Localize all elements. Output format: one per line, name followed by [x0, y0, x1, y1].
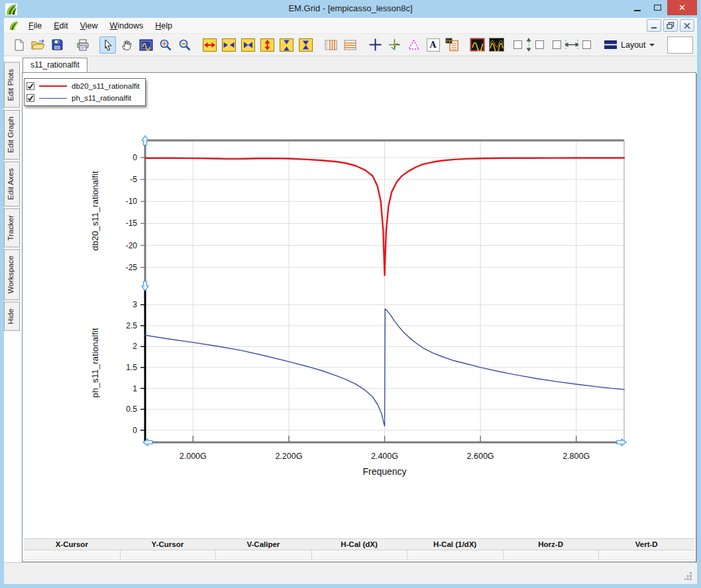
menu-edit[interactable]: Edit [48, 19, 74, 32]
y-tick-label: 2 [133, 342, 137, 351]
y-axis-handle-bottom-plot[interactable] [142, 281, 148, 291]
legend-item: db20_s11_rationalfit [27, 80, 140, 92]
fit-curve-button[interactable] [138, 36, 154, 54]
pan-hand-button[interactable] [119, 36, 135, 54]
legend-label: db20_s11_rationalfit [72, 82, 140, 90]
horizontal-fit-icon[interactable] [564, 39, 580, 50]
val-vert-d [598, 550, 694, 560]
select-pointer-button[interactable] [99, 36, 116, 54]
menu-file[interactable]: File [23, 19, 48, 32]
expand-y-button[interactable] [259, 36, 276, 54]
single-curve-view-icon [470, 38, 485, 52]
caliper-button[interactable] [405, 36, 422, 54]
mdi-close-icon [684, 23, 690, 29]
compress-y-button[interactable] [278, 36, 295, 54]
application-window: EM.Grid - [empicasso_lesson8c] ✕ File Ed… [0, 0, 701, 588]
print-icon [76, 39, 89, 51]
sidetab-edit-plots[interactable]: Edit Plots [4, 62, 20, 108]
page-x-button[interactable] [240, 36, 256, 54]
x-tick-label: 2.200G [275, 452, 302, 461]
val-x-cursor [24, 550, 120, 560]
status-bar [4, 562, 697, 584]
cursor-table-header: X-Cursor Y-Cursor V-Caliper H-Cal (dX) H… [24, 538, 694, 550]
x-tick-label: 2.400G [371, 452, 398, 461]
fit-curve-icon [139, 39, 153, 51]
vertical-fit-icon[interactable] [525, 38, 533, 52]
text-annotation-button[interactable]: A [425, 36, 441, 54]
x-tick-label: 2.800G [563, 452, 590, 461]
layout-dropdown[interactable]: Layout [600, 38, 659, 51]
mdi-restore-button[interactable] [663, 19, 678, 32]
mdi-minimize-icon [651, 23, 657, 29]
col-v-caliper: V-Caliper [215, 539, 311, 550]
col-h-cal-1dx: H-Cal (1/dX) [407, 539, 503, 550]
y-tick-label: 0 [133, 426, 137, 435]
save-button[interactable] [49, 36, 66, 54]
close-button[interactable]: ✕ [667, 0, 697, 15]
expand-y-icon [260, 38, 274, 52]
sidetab-edit-axes[interactable]: Edit Axes [4, 162, 20, 207]
compress-y-icon [280, 38, 294, 52]
sidetab-edit-graph[interactable]: Edit Graph [4, 110, 20, 160]
page-y-button[interactable] [297, 36, 314, 54]
layout-caret-icon [649, 44, 655, 46]
graph-canvas[interactable]: 0-5-10-15-20-2532.521.510.502.000G2.200G… [23, 73, 694, 536]
expand-x-button[interactable] [201, 36, 218, 54]
document-tab-bar: s11_rationalfit [22, 56, 697, 72]
val-h-cal-1dx [407, 550, 503, 560]
save-icon [52, 39, 63, 50]
resize-grip[interactable] [684, 572, 692, 580]
legend-checkbox-ph[interactable] [27, 94, 34, 102]
new-file-icon [13, 39, 25, 51]
col-horz-d: Horz-D [503, 539, 599, 550]
open-file-icon [31, 39, 45, 50]
right-scale-checkbox[interactable] [535, 40, 544, 49]
doc-tab-s11-rationalfit[interactable]: s11_rationalfit [23, 58, 87, 72]
expand-x-icon [203, 38, 217, 52]
zoom-in-icon [159, 38, 172, 52]
x-tick-label: 2.600G [467, 452, 494, 461]
y-tick-label: -5 [130, 175, 137, 184]
left-scale-checkbox[interactable] [513, 40, 522, 49]
check-icon [27, 83, 34, 89]
caliper-icon [407, 38, 421, 51]
y-tick-label: 0 [133, 153, 137, 162]
compress-x-button[interactable] [221, 36, 237, 54]
single-curve-view-button[interactable] [469, 36, 486, 54]
menu-view[interactable]: View [74, 19, 104, 32]
sidetab-tracker[interactable]: Tracker [4, 209, 20, 248]
minimize-button[interactable] [627, 0, 647, 15]
mdi-minimize-button[interactable] [647, 19, 661, 32]
y-tick-label: 2.5 [126, 321, 137, 330]
menu-windows[interactable]: Windows [104, 19, 150, 32]
vertical-grid-button[interactable] [323, 36, 339, 54]
legend-checkbox-db20[interactable] [27, 82, 34, 90]
vertical-grid-icon [325, 39, 337, 51]
print-button[interactable] [74, 36, 91, 54]
crosshair-button[interactable] [367, 36, 384, 54]
cursor-readout-table: X-Cursor Y-Cursor V-Caliper H-Cal (dX) H… [24, 538, 694, 560]
val-h-cal-dx [311, 550, 407, 560]
open-file-button[interactable] [30, 36, 46, 54]
mdi-close-button[interactable] [680, 19, 694, 32]
horizontal-grid-icon [344, 39, 356, 51]
bottom-left-checkbox[interactable] [553, 40, 561, 49]
new-file-button[interactable] [11, 36, 27, 54]
data-sheet-button[interactable] [444, 36, 460, 54]
sidetab-hide[interactable]: Hide [4, 302, 20, 331]
horizontal-grid-button[interactable] [342, 36, 358, 54]
data-sheet-icon [445, 38, 459, 52]
x-axis-handle-right[interactable] [617, 439, 626, 446]
menu-help[interactable]: Help [149, 19, 178, 32]
zoom-out-button[interactable] [176, 36, 193, 54]
bottom-right-checkbox[interactable] [582, 40, 591, 49]
sidetab-workspace[interactable]: Workspace [4, 249, 20, 300]
maximize-button[interactable] [647, 0, 667, 15]
y-axis-handle-top-plot[interactable] [142, 136, 148, 145]
page-y-icon [299, 38, 313, 52]
tracker-button[interactable] [386, 36, 403, 54]
toolbar: A [4, 34, 697, 56]
zoom-in-button[interactable] [157, 36, 174, 54]
multi-curve-view-button[interactable] [488, 36, 505, 54]
menu-bar: File Edit View Windows Help [4, 18, 697, 34]
